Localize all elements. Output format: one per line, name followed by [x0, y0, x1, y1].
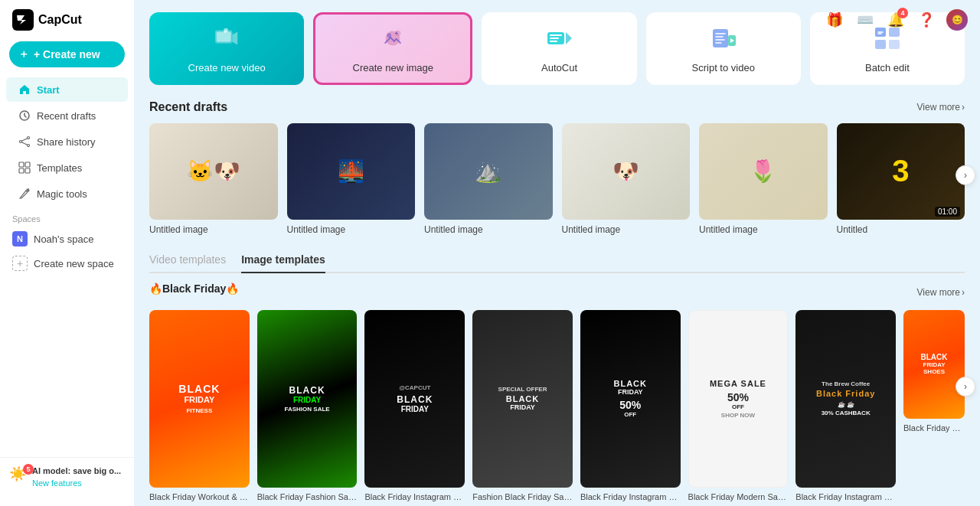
template-item-1[interactable]: BLACK FRIDAY FITNESS Black Friday Workou…	[149, 310, 250, 503]
templates-view-more[interactable]: View more ›	[917, 287, 965, 298]
svg-rect-5	[19, 162, 24, 167]
sidebar-label-magic-tools: Magic tools	[37, 188, 87, 200]
autocut-card[interactable]: AutoCut	[482, 12, 636, 85]
svg-point-3	[28, 145, 30, 147]
create-image-icon: +	[379, 24, 407, 56]
sidebar-label-start: Start	[37, 84, 60, 96]
sidebar-item-start[interactable]: Start	[6, 77, 128, 102]
draft-item-1[interactable]: 🐱🐶 Untitled image	[149, 123, 278, 235]
ai-banner[interactable]: ☀️ 5 AI model: save big o... New feature…	[0, 457, 134, 497]
draft-label-1: Untitled image	[149, 224, 278, 235]
templates-icon	[18, 162, 31, 174]
template-item-3[interactable]: @CAPCUT BLACK FRIDAY Black Friday Instag…	[364, 310, 465, 503]
svg-rect-7	[19, 168, 24, 173]
template-label-4: Fashion Black Friday Sale...	[472, 491, 573, 502]
template-label-5: Black Friday Instagram Story	[580, 491, 681, 502]
ai-banner-subtext: New features	[32, 478, 121, 489]
gift-button[interactable]: 🎁	[824, 9, 845, 31]
create-space-label: Create new space	[34, 258, 114, 269]
home-icon	[18, 83, 31, 96]
batch-edit-label: Batch edit	[865, 62, 910, 73]
draft-item-2[interactable]: 🌉 Untitled image	[287, 123, 416, 235]
draft-label-2: Untitled image	[287, 224, 416, 235]
create-video-icon: +	[213, 24, 240, 56]
app-logo: CapCut	[0, 9, 134, 41]
template-thumb-2: BLACK FRIDAY FASHION SALE	[257, 310, 358, 488]
svg-rect-22	[875, 40, 886, 49]
sidebar-item-share-history[interactable]: Share history	[6, 129, 128, 154]
autocut-icon	[546, 24, 573, 56]
header-icons: 🎁 ⌨️ 🔔 4 ❓ 😊	[812, 0, 980, 40]
template-thumb-8: BLACK FRIDAY SHOES	[903, 310, 965, 419]
notification-badge: 4	[897, 8, 908, 18]
recent-drafts-header: Recent drafts View more ›	[149, 100, 965, 114]
create-space-button[interactable]: + Create new space	[0, 251, 134, 276]
keyboard-button[interactable]: ⌨️	[854, 9, 876, 31]
help-button[interactable]: ❓	[916, 9, 937, 31]
create-new-button[interactable]: ＋ + Create new	[9, 41, 125, 67]
template-thumb-6: MEGA SALE 50% OFF SHOP NOW	[688, 310, 789, 488]
svg-rect-8	[25, 168, 30, 173]
create-image-card[interactable]: + Create new image	[313, 12, 472, 85]
template-section-title: 🔥Black Friday🔥	[149, 282, 239, 295]
chevron-right-icon-2: ›	[962, 287, 965, 298]
space-label-noah: Noah's space	[34, 233, 93, 245]
script-video-icon	[710, 24, 737, 56]
templates-next-button[interactable]: ›	[956, 377, 975, 397]
template-label-1: Black Friday Workout & Fitnes...	[149, 491, 250, 502]
template-item-7[interactable]: The Brew Coffee Black Friday ☕ ☕ 30% CAS…	[795, 310, 896, 503]
draft-thumb-3: ⛰️	[424, 123, 553, 220]
drafts-next-button[interactable]: ›	[956, 165, 975, 185]
svg-text:+: +	[395, 30, 399, 37]
svg-point-4	[20, 141, 22, 143]
tab-image-templates[interactable]: Image templates	[241, 253, 325, 272]
draft-thumb-2: 🌉	[287, 123, 416, 220]
draft-label-5: Untitled image	[699, 224, 828, 235]
template-item-2[interactable]: BLACK FRIDAY FASHION SALE Black Friday F…	[257, 310, 358, 503]
template-grid: BLACK FRIDAY FITNESS Black Friday Workou…	[149, 310, 965, 503]
draft-time-6: 01:00	[935, 207, 960, 217]
template-item-4[interactable]: SPECIAL OFFER BLACK FRIDAY Fashion Black…	[472, 310, 573, 503]
template-section-header: 🔥Black Friday🔥 View more ›	[149, 282, 965, 302]
template-label-3: Black Friday Instagram Story	[364, 491, 465, 502]
create-video-label: Create new video	[188, 62, 266, 73]
sidebar-item-templates[interactable]: Templates	[6, 155, 128, 180]
spaces-label: Spaces	[0, 207, 134, 227]
template-item-8[interactable]: BLACK FRIDAY SHOES Black Friday Shoes Pr…	[903, 310, 965, 503]
user-avatar[interactable]: 😊	[946, 9, 968, 31]
space-noah[interactable]: N Noah's space	[0, 227, 134, 251]
clock-icon	[18, 109, 31, 122]
draft-item-4[interactable]: 🐶 Untitled image	[562, 123, 691, 235]
sidebar-item-recent-drafts[interactable]: Recent drafts	[6, 103, 128, 128]
space-avatar-noah: N	[12, 231, 28, 246]
draft-thumb-1: 🐱🐶	[149, 123, 278, 220]
create-video-card[interactable]: + Create new video	[149, 12, 304, 85]
share-icon	[18, 135, 31, 148]
recent-drafts-title: Recent drafts	[149, 100, 227, 114]
template-label-8: Black Friday Shoes Promotions...	[903, 423, 965, 433]
template-item-6[interactable]: MEGA SALE 50% OFF SHOP NOW Black Friday …	[688, 310, 789, 503]
template-tabs: Video templates Image templates	[149, 253, 965, 273]
draft-label-4: Untitled image	[562, 224, 691, 235]
sidebar: CapCut ＋ + Create new Start Recent draft…	[0, 0, 134, 506]
sidebar-label-share-history: Share history	[37, 136, 96, 148]
main-content: + Create new video + Create new image	[134, 0, 980, 506]
draft-label-3: Untitled image	[424, 224, 553, 235]
draft-item-3[interactable]: ⛰️ Untitled image	[424, 123, 553, 235]
svg-rect-23	[889, 40, 900, 49]
tab-video-templates[interactable]: Video templates	[149, 253, 226, 272]
draft-thumb-6: 3 01:00	[837, 123, 965, 220]
capcut-logo-icon	[12, 9, 34, 31]
app-name: CapCut	[38, 13, 82, 27]
draft-item-6[interactable]: 3 01:00 Untitled	[837, 123, 965, 235]
notification-button[interactable]: 🔔 4	[885, 9, 906, 31]
create-image-label: Create new image	[353, 62, 434, 73]
template-item-5[interactable]: BLACK FRIDAY 50% OFF Black Friday Instag…	[580, 310, 681, 503]
template-label-6: Black Friday Modern Sale Instagram Post	[688, 491, 789, 502]
add-space-icon: +	[12, 256, 28, 271]
sidebar-item-magic-tools[interactable]: Magic tools	[6, 181, 128, 206]
svg-rect-18	[713, 29, 728, 47]
script-video-card[interactable]: Script to video	[646, 12, 801, 85]
recent-drafts-view-more[interactable]: View more ›	[917, 102, 965, 113]
draft-item-5[interactable]: 🌷 Untitled image	[699, 123, 828, 235]
